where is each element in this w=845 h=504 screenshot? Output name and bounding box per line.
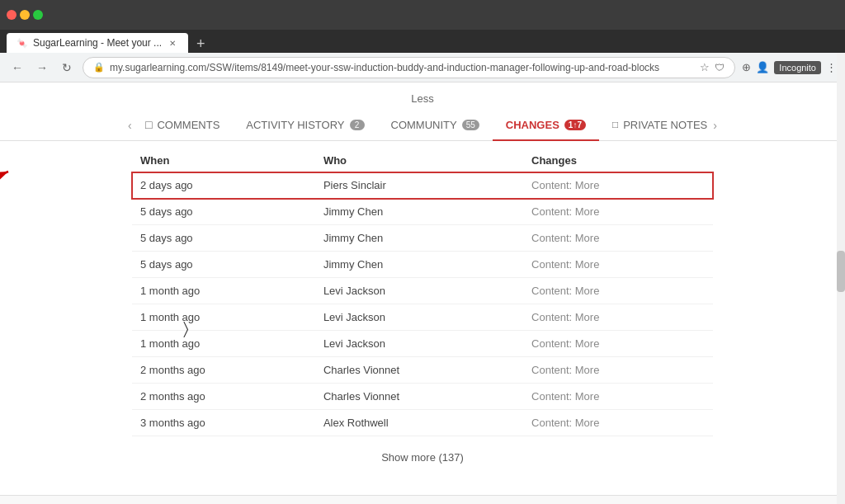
tab-changes-label: CHANGES bbox=[506, 119, 559, 131]
cell-changes: Content: More bbox=[523, 384, 713, 410]
page-content: Less ‹ □ COMMENTS ACTIVITY HISTORY 2 COM… bbox=[0, 82, 845, 495]
cell-when: 5 days ago bbox=[132, 225, 315, 252]
cell-who: Jimmy Chen bbox=[315, 252, 523, 278]
incognito-badge: Incognito bbox=[774, 61, 821, 74]
cell-changes: Content: More bbox=[523, 304, 713, 331]
cell-changes: Content: More bbox=[523, 172, 713, 199]
cell-changes: Content: More bbox=[523, 225, 713, 252]
minimize-button[interactable] bbox=[20, 10, 30, 20]
cell-when: 3 months ago bbox=[132, 410, 315, 436]
tab-bar: 🍬 SugarLearning - Meet your ... ✕ + bbox=[0, 30, 845, 53]
tab-favicon: 🍬 bbox=[17, 38, 28, 49]
activity-history-badge: 2 bbox=[350, 120, 365, 130]
cell-when: 2 months ago bbox=[132, 384, 315, 410]
url-text: my.sugarlearning.com/SSW/items/8149/meet… bbox=[110, 62, 695, 73]
cell-when: 2 days ago bbox=[132, 172, 315, 199]
cell-who: Piers Sinclair bbox=[315, 172, 523, 199]
lock-icon: 🔒 bbox=[93, 62, 105, 73]
menu-icon[interactable]: ⋮ bbox=[826, 61, 837, 73]
show-more-button[interactable]: Show more (137) bbox=[0, 436, 845, 472]
tab-comments[interactable]: □ COMMENTS bbox=[132, 110, 233, 141]
tabs-container: ‹ □ COMMENTS ACTIVITY HISTORY 2 COMMUNIT… bbox=[0, 110, 845, 141]
back-button[interactable]: ← bbox=[8, 59, 26, 77]
table-body: 2 days agoPiers SinclairContent: More5 d… bbox=[132, 172, 713, 436]
tab-comments-label: COMMENTS bbox=[157, 119, 220, 131]
table-row[interactable]: 1 month agoLevi JacksonContent: More bbox=[132, 331, 713, 357]
less-toggle[interactable]: Less bbox=[0, 82, 845, 110]
table-row[interactable]: 5 days agoJimmy ChenContent: More bbox=[132, 199, 713, 225]
cell-changes: Content: More bbox=[523, 331, 713, 357]
tabs-scroll-right[interactable]: › bbox=[713, 119, 717, 132]
cell-changes: Content: More bbox=[523, 278, 713, 304]
col-when: When bbox=[132, 149, 315, 172]
comment-icon: □ bbox=[145, 118, 152, 131]
arrow-annotation bbox=[0, 162, 25, 211]
changes-badge: 1↑7 bbox=[564, 120, 586, 130]
cell-who: Levi Jackson bbox=[315, 278, 523, 304]
extensions-icon[interactable]: ⊕ bbox=[742, 61, 751, 73]
address-bar-row: ← → ↻ 🔒 my.sugarlearning.com/SSW/items/8… bbox=[0, 53, 845, 82]
table-row[interactable]: 1 month agoLevi JacksonContent: More bbox=[132, 278, 713, 304]
cell-who: Jimmy Chen bbox=[315, 225, 523, 252]
table-row[interactable]: 5 days agoJimmy ChenContent: More bbox=[132, 252, 713, 278]
table-header: When Who Changes bbox=[132, 149, 713, 172]
show-more-link[interactable]: Show more (137) bbox=[381, 451, 464, 464]
browser-chrome bbox=[0, 0, 845, 30]
tab-close-button[interactable]: ✕ bbox=[167, 37, 178, 49]
tab-changes[interactable]: CHANGES 1↑7 bbox=[493, 111, 599, 141]
new-tab-button[interactable]: + bbox=[191, 35, 210, 53]
browser-tab-title: SugarLearning - Meet your ... bbox=[33, 37, 162, 49]
browser-actions: ⊕ 👤 Incognito ⋮ bbox=[742, 61, 837, 74]
table-row[interactable]: 5 days agoJimmy ChenContent: More bbox=[132, 225, 713, 252]
tab-activity-history[interactable]: ACTIVITY HISTORY 2 bbox=[233, 111, 377, 141]
cell-changes: Content: More bbox=[523, 252, 713, 278]
maximize-button[interactable] bbox=[33, 10, 43, 20]
profile-icon[interactable]: 👤 bbox=[756, 61, 769, 73]
cell-when: 1 month ago bbox=[132, 331, 315, 357]
tab-community-label: COMMUNITY bbox=[391, 119, 457, 131]
cell-who: Charles Vionnet bbox=[315, 357, 523, 384]
tab-private-notes-label: PRIVATE NOTES bbox=[623, 119, 707, 131]
col-who: Who bbox=[315, 149, 523, 172]
changes-table: When Who Changes 2 days agoPiers Sinclai… bbox=[132, 149, 713, 436]
cell-when: 5 days ago bbox=[132, 252, 315, 278]
footer: © Copyright SSW 2023 · SugarLearning · A… bbox=[0, 495, 845, 504]
cell-who: Jimmy Chen bbox=[315, 199, 523, 225]
shield-icon: 🛡 bbox=[715, 62, 725, 73]
browser-tab[interactable]: 🍬 SugarLearning - Meet your ... ✕ bbox=[7, 33, 188, 53]
table-row[interactable]: 3 months agoAlex RothwellContent: More bbox=[132, 410, 713, 436]
cell-who: Charles Vionnet bbox=[315, 384, 523, 410]
table-row[interactable]: 2 months agoCharles VionnetContent: More bbox=[132, 357, 713, 384]
reload-button[interactable]: ↻ bbox=[58, 59, 76, 77]
cell-who: Levi Jackson bbox=[315, 331, 523, 357]
scrollbar-thumb[interactable] bbox=[837, 251, 845, 292]
col-changes: Changes bbox=[523, 149, 713, 172]
community-badge: 55 bbox=[462, 120, 479, 130]
close-button[interactable] bbox=[7, 10, 17, 20]
cell-when: 5 days ago bbox=[132, 199, 315, 225]
scrollbar-track[interactable] bbox=[837, 53, 845, 504]
table-row[interactable]: 2 days agoPiers SinclairContent: More bbox=[132, 172, 713, 199]
changes-table-container: When Who Changes 2 days agoPiers Sinclai… bbox=[0, 149, 845, 436]
star-icon: ☆ bbox=[700, 61, 710, 73]
cell-when: 1 month ago bbox=[132, 278, 315, 304]
tab-activity-history-label: ACTIVITY HISTORY bbox=[246, 119, 344, 131]
cell-changes: Content: More bbox=[523, 410, 713, 436]
table-row[interactable]: 2 months agoCharles VionnetContent: More bbox=[132, 384, 713, 410]
tabs-scroll-left[interactable]: ‹ bbox=[128, 119, 132, 132]
checkbox-icon: □ bbox=[612, 119, 618, 130]
table-row[interactable]: 1 month agoLevi JacksonContent: More bbox=[132, 304, 713, 331]
cell-when: 2 months ago bbox=[132, 357, 315, 384]
window-controls bbox=[7, 10, 43, 20]
cell-who: Levi Jackson bbox=[315, 304, 523, 331]
forward-button[interactable]: → bbox=[33, 59, 51, 77]
cell-changes: Content: More bbox=[523, 357, 713, 384]
svg-line-1 bbox=[0, 172, 8, 203]
address-field[interactable]: 🔒 my.sugarlearning.com/SSW/items/8149/me… bbox=[83, 57, 735, 78]
cell-changes: Content: More bbox=[523, 199, 713, 225]
tab-private-notes[interactable]: □ PRIVATE NOTES bbox=[599, 111, 720, 141]
cell-when: 1 month ago bbox=[132, 304, 315, 331]
cell-who: Alex Rothwell bbox=[315, 410, 523, 436]
tab-community[interactable]: COMMUNITY 55 bbox=[378, 111, 493, 141]
